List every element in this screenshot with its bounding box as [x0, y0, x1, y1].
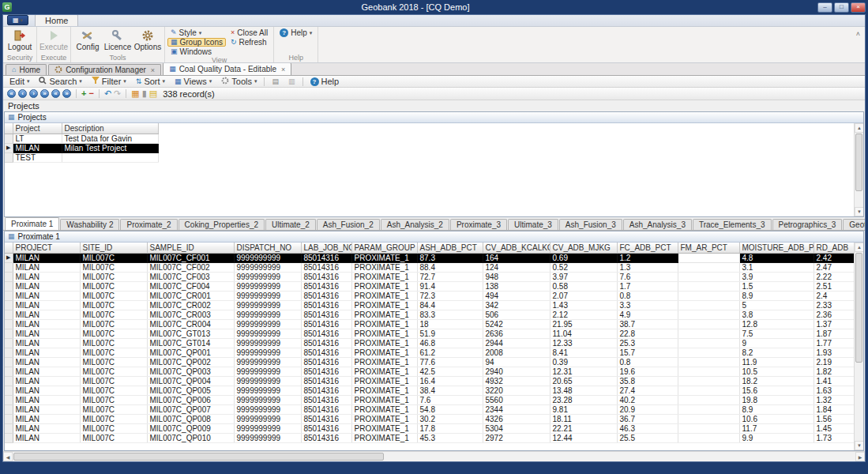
grid-row[interactable]: MILANMIL007CMIL007C_GT013999999999985014… — [5, 329, 854, 338]
grid-cell[interactable]: 42.5 — [417, 367, 483, 376]
grid-row[interactable]: MILANMIL007CMIL007C_QP006999999999985014… — [5, 395, 854, 404]
last-record-button[interactable]: » — [40, 89, 49, 98]
grid-cell[interactable]: 72.3 — [417, 291, 483, 300]
grid-cell[interactable]: MIL007C_QP010 — [147, 433, 234, 442]
grid-cell[interactable]: 25.5 — [617, 433, 678, 442]
grid-cell[interactable]: 1.41 — [814, 376, 854, 386]
grid-cell[interactable]: 9999999999 — [234, 300, 301, 310]
scroll-thumb[interactable] — [855, 134, 862, 191]
data-tab-ash-analysis-2[interactable]: Ash_Analysis_2 — [381, 219, 449, 230]
column-header-cv_adb_mjkg[interactable]: CV_ADB_MJKG — [550, 243, 617, 253]
column-header-lab_job_no[interactable]: LAB_JOB_NO — [301, 243, 351, 253]
grid-cell[interactable]: PROXIMATE_1 — [351, 300, 417, 310]
grid-cell[interactable]: 85014316 — [301, 338, 351, 348]
grid-cell[interactable]: 9999999999 — [234, 395, 301, 404]
grid-cell[interactable]: MILAN — [13, 348, 80, 357]
options-button[interactable]: Options — [133, 28, 162, 51]
grid-cell[interactable]: 9999999999 — [234, 423, 301, 433]
grid-cell[interactable]: MIL007C — [80, 423, 147, 433]
grid-cell[interactable]: 2944 — [483, 338, 550, 348]
add-record-button[interactable]: + — [81, 89, 86, 98]
grid-cell[interactable]: 11.9 — [739, 357, 814, 367]
grid-cell[interactable]: PROXIMATE_1 — [351, 262, 417, 272]
ribbon-collapse-icon[interactable]: ˄ — [856, 30, 860, 38]
grid-cell[interactable]: 3.8 — [739, 310, 814, 319]
redo-button[interactable]: ↷ — [114, 89, 121, 98]
grid-cell[interactable]: MILAN — [13, 414, 80, 423]
grid-cell[interactable]: PROXIMATE_1 — [351, 291, 417, 300]
scroll-down-icon[interactable]: ▼ — [855, 441, 863, 450]
grid-cell[interactable]: 17.8 — [417, 423, 483, 433]
grid-cell[interactable]: 12.31 — [550, 367, 617, 376]
app-menu-button[interactable]: ▦▾ — [7, 15, 28, 25]
grid-cell[interactable]: 1.84 — [814, 404, 854, 414]
projects-row[interactable]: LTTest Data for Gavin — [5, 134, 158, 143]
column-header-description[interactable]: Description — [62, 123, 158, 134]
grid-cell[interactable]: MIL007C — [80, 281, 147, 291]
grid-cell[interactable]: 18.11 — [550, 414, 617, 423]
grid-cell[interactable]: MIL007C_CR001 — [147, 291, 234, 300]
grid-cell[interactable]: 16.4 — [417, 376, 483, 386]
grid-cell[interactable]: MILAN — [13, 291, 80, 300]
grid-cell[interactable] — [678, 272, 739, 281]
grid-cell[interactable]: PROXIMATE_1 — [351, 348, 417, 357]
grid-cell[interactable]: 12.8 — [739, 319, 814, 329]
grid-cell[interactable]: 0.52 — [550, 262, 617, 272]
grid-cell[interactable]: 1.43 — [550, 300, 617, 310]
grid-cell[interactable]: 19.8 — [739, 395, 814, 404]
grid-cell[interactable]: 94 — [483, 357, 550, 367]
projects-cell[interactable]: TEST — [13, 152, 62, 162]
grid-cell[interactable]: 9999999999 — [234, 281, 301, 291]
grid-cell[interactable]: 19.6 — [617, 367, 678, 376]
grid-cell[interactable]: 0.58 — [550, 281, 617, 291]
column-header-rd_adb[interactable]: RD_ADB — [814, 243, 854, 253]
column-header-ash_adb_pct[interactable]: ASH_ADB_PCT — [417, 243, 483, 253]
grid-cell[interactable]: MIL007C_QP006 — [147, 395, 234, 404]
grid-cell[interactable] — [678, 395, 739, 404]
grid-cell[interactable]: MILAN — [13, 329, 80, 338]
projects-cell[interactable]: MILAN — [13, 143, 62, 152]
grid-cell[interactable]: 124 — [483, 262, 550, 272]
grid-cell[interactable] — [678, 281, 739, 291]
grid-cell[interactable]: 9999999999 — [234, 253, 301, 262]
refresh-button[interactable]: ↻ Refresh — [227, 38, 271, 47]
grid-cell[interactable]: 0.8 — [617, 291, 678, 300]
grid-cell[interactable]: 2.33 — [814, 300, 854, 310]
grid-cell[interactable]: MIL007C_QP008 — [147, 414, 234, 423]
grid-cell[interactable]: 88.4 — [417, 262, 483, 272]
grid-cell[interactable]: 9999999999 — [234, 367, 301, 376]
grid-row[interactable]: MILANMIL007CMIL007C_CF003999999999985014… — [5, 272, 854, 281]
grid-cell[interactable]: PROXIMATE_1 — [351, 386, 417, 395]
grid-cell[interactable]: 2636 — [483, 329, 550, 338]
grid-cell[interactable]: 87.3 — [417, 253, 483, 262]
grid-cell[interactable]: MIL007C — [80, 386, 147, 395]
grid-cell[interactable]: 4.9 — [617, 310, 678, 319]
grid-cell[interactable]: 948 — [483, 272, 550, 281]
execute-button[interactable]: Execute — [39, 28, 68, 51]
grid-cell[interactable]: 85014316 — [301, 253, 351, 262]
grid-cell[interactable] — [678, 423, 739, 433]
grid-cell[interactable]: 22.8 — [617, 329, 678, 338]
first-record-button[interactable]: « — [7, 89, 16, 98]
previous-page-button[interactable]: « — [51, 89, 60, 98]
grid-row[interactable]: MILANMIL007CMIL007C_CF004999999999985014… — [5, 281, 854, 291]
grid-cell[interactable]: MIL007C_QP005 — [147, 386, 234, 395]
grid-cell[interactable]: 84.4 — [417, 300, 483, 310]
ribbon-tab-home[interactable]: Home — [35, 14, 78, 26]
menu-help[interactable]: ?Help — [306, 76, 344, 88]
windows-button[interactable]: ▣ Windows — [167, 47, 226, 56]
grid-cell[interactable] — [678, 253, 739, 262]
grid-cell[interactable]: 506 — [483, 310, 550, 319]
grid-cell[interactable] — [678, 414, 739, 423]
grid-cell[interactable]: 1.82 — [814, 367, 854, 376]
grid-cell[interactable]: MIL007C — [80, 348, 147, 357]
scroll-right-icon[interactable]: ▶ — [855, 452, 865, 461]
next-page-button[interactable]: » — [62, 89, 71, 98]
grid-cell[interactable] — [678, 348, 739, 357]
grid-cell[interactable]: 13.48 — [550, 386, 617, 395]
grid-row[interactable]: ▶MILANMIL007CMIL007C_CF00199999999998501… — [5, 253, 854, 262]
column-header-fm_ar_pct[interactable]: FM_AR_PCT — [678, 243, 739, 253]
grid-cell[interactable]: 85014316 — [301, 310, 351, 319]
grid-cell[interactable]: 20.9 — [617, 404, 678, 414]
grid-cell[interactable]: MILAN — [13, 310, 80, 319]
